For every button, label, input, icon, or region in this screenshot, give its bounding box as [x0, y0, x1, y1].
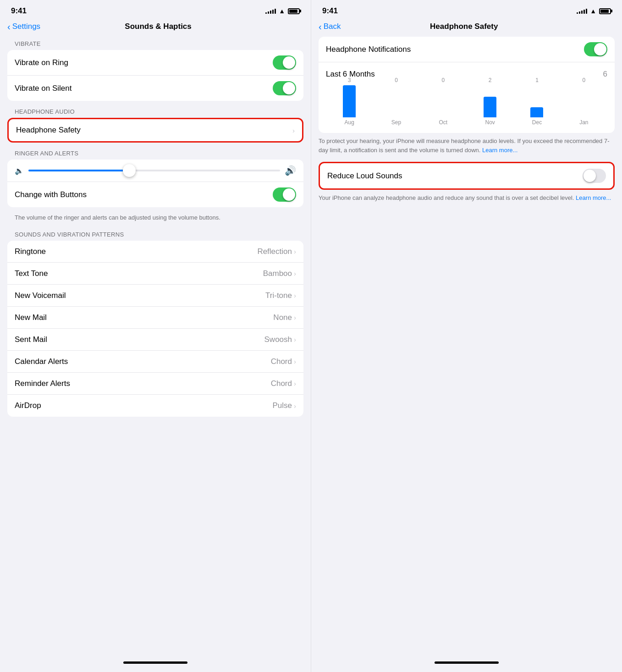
sent-mail-chevron: › — [294, 336, 296, 343]
sounds-vibration-label: SOUNDS AND VIBRATION PATTERNS — [0, 227, 311, 241]
chart-label-aug: Aug — [344, 119, 354, 126]
signal-bar-r3 — [581, 11, 583, 14]
volume-slider-track[interactable] — [28, 170, 280, 171]
reduce-loud-toggle[interactable] — [583, 169, 606, 183]
new-voicemail-chevron: › — [294, 292, 296, 299]
change-with-buttons-toggle[interactable] — [273, 187, 296, 202]
sent-mail-row[interactable]: Sent Mail Swoosh › — [7, 329, 303, 351]
text-tone-row[interactable]: Text Tone Bamboo › — [7, 263, 303, 285]
calendar-alerts-chevron: › — [294, 358, 296, 365]
sent-mail-label: Sent Mail — [15, 335, 47, 344]
vibrate-on-silent-label: Vibrate on Silent — [15, 84, 72, 93]
headphone-notifications-row: Headphone Notifications — [319, 37, 615, 62]
reminder-alerts-chevron: › — [294, 380, 296, 387]
reminder-alerts-value: Chord › — [271, 379, 296, 388]
new-voicemail-row[interactable]: New Voicemail Tri-tone › — [7, 285, 303, 307]
new-mail-row[interactable]: New Mail None › — [7, 307, 303, 329]
chart-bar-wrapper-aug — [343, 85, 356, 117]
reduce-loud-container: Reduce Loud Sounds — [319, 162, 615, 190]
slider-thumb[interactable] — [123, 164, 136, 177]
airdrop-row[interactable]: AirDrop Pulse › — [7, 395, 303, 417]
volume-low-icon: 🔈 — [15, 166, 24, 175]
chart-label-oct: Oct — [439, 119, 447, 126]
wifi-icon-right: ▲ — [590, 7, 596, 15]
status-time-left: 9:41 — [11, 6, 27, 16]
chart-col-nov: 2 Nov — [467, 77, 513, 126]
status-icons-left: ▲ — [265, 7, 300, 15]
headphone-safety-row[interactable]: Headphone Safety › — [9, 119, 302, 141]
back-button-left[interactable]: ‹ Settings — [7, 22, 40, 31]
chart-col-sep: 0 Sep — [373, 77, 419, 126]
headphone-safety-value: › — [292, 127, 295, 134]
new-mail-value: None › — [273, 313, 296, 322]
chart-val-nov: 2 — [489, 77, 492, 83]
toggle-knob-3 — [283, 188, 295, 201]
nav-header-left: ‹ Settings Sounds & Haptics — [0, 18, 311, 37]
chart-label-nov: Nov — [485, 119, 495, 126]
back-chevron-left: ‹ — [7, 22, 11, 31]
new-mail-chevron: › — [294, 314, 296, 321]
learn-more-link-1[interactable]: Learn more... — [482, 147, 517, 154]
chart-val-jan: 0 — [582, 77, 585, 83]
airdrop-chevron: › — [294, 402, 296, 410]
home-indicator-right — [435, 661, 499, 664]
toggle-knob-5 — [583, 170, 596, 182]
back-label-left: Settings — [12, 22, 40, 31]
chart-val-dec: 1 — [535, 77, 539, 83]
back-button-right[interactable]: ‹ Back — [319, 22, 341, 31]
vibrate-on-ring-label: Vibrate on Ring — [15, 58, 68, 67]
battery-icon-right — [599, 8, 611, 14]
signal-bars-left — [265, 8, 276, 14]
chart-col-jan: 0 Jan — [561, 77, 607, 126]
change-with-buttons-row: Change with Buttons — [7, 182, 303, 207]
headphone-notifications-toggle[interactable] — [584, 42, 607, 56]
status-bar-left: 9:41 ▲ — [0, 0, 311, 18]
back-label-right: Back — [324, 22, 341, 31]
chart-label-dec: Dec — [532, 119, 542, 126]
ringtone-chevron: › — [294, 248, 296, 255]
learn-more-link-2[interactable]: Learn more... — [576, 194, 611, 201]
headphone-notifications-group: Headphone Notifications Last 6 Months 6 … — [319, 37, 615, 133]
status-time-right: 9:41 — [322, 6, 338, 16]
new-voicemail-value: Tri-tone › — [265, 291, 296, 300]
signal-bar-r2 — [579, 11, 580, 14]
reduce-description-text: Your iPhone can analyze headphone audio … — [319, 194, 574, 201]
chart-label-jan: Jan — [579, 119, 588, 126]
wifi-icon-left: ▲ — [279, 7, 285, 15]
left-spacer — [0, 420, 311, 661]
vibrate-group: Vibrate on Ring Vibrate on Silent — [7, 50, 303, 101]
signal-bar-r5 — [586, 9, 587, 14]
calendar-alerts-label: Calendar Alerts — [15, 357, 68, 366]
chart-bar-aug — [343, 85, 356, 117]
text-tone-chevron: › — [294, 270, 296, 277]
headphone-notifications-label: Headphone Notifications — [326, 45, 411, 54]
signal-bars-right — [577, 8, 587, 14]
last-6-months-row: Last 6 Months 6 3 Aug 0 — [319, 62, 615, 133]
ringer-footer-text: The volume of the ringer and alerts can … — [0, 211, 311, 227]
chart-col-dec: 1 Dec — [513, 77, 560, 126]
calendar-alerts-row[interactable]: Calendar Alerts Chord › — [7, 351, 303, 373]
airdrop-label: AirDrop — [15, 401, 41, 410]
sounds-vibration-group: Ringtone Reflection › Text Tone Bamboo ›… — [7, 241, 303, 417]
calendar-alerts-value: Chord › — [271, 357, 296, 366]
right-content: Headphone Notifications Last 6 Months 6 … — [311, 37, 622, 672]
left-content: VIBRATE Vibrate on Ring Vibrate on Silen… — [0, 37, 311, 672]
chart-val-aug: 3 — [348, 77, 351, 83]
chart-col-aug: 3 Aug — [326, 77, 373, 126]
battery-fill-left — [289, 10, 297, 13]
reminder-alerts-row[interactable]: Reminder Alerts Chord › — [7, 373, 303, 395]
chart-label-sep: Sep — [391, 119, 401, 126]
signal-bar-4 — [272, 10, 274, 14]
vibrate-on-ring-toggle[interactable] — [273, 55, 296, 70]
change-with-buttons-label: Change with Buttons — [15, 190, 87, 199]
vibrate-on-silent-toggle[interactable] — [273, 81, 296, 95]
chart-bar-dec — [530, 107, 543, 117]
toggle-knob-2 — [283, 82, 295, 94]
headphone-safety-highlighted[interactable]: Headphone Safety › — [7, 118, 303, 143]
ringtone-row[interactable]: Ringtone Reflection › — [7, 241, 303, 263]
volume-slider-row: 🔈 🔊 — [7, 160, 303, 182]
chart-bars: 3 Aug 0 Sep — [326, 84, 607, 126]
headphone-audio-label: HEADPHONE AUDIO — [0, 105, 311, 118]
chart-val-sep: 0 — [395, 77, 398, 83]
status-bar-right: 9:41 ▲ — [311, 0, 622, 18]
